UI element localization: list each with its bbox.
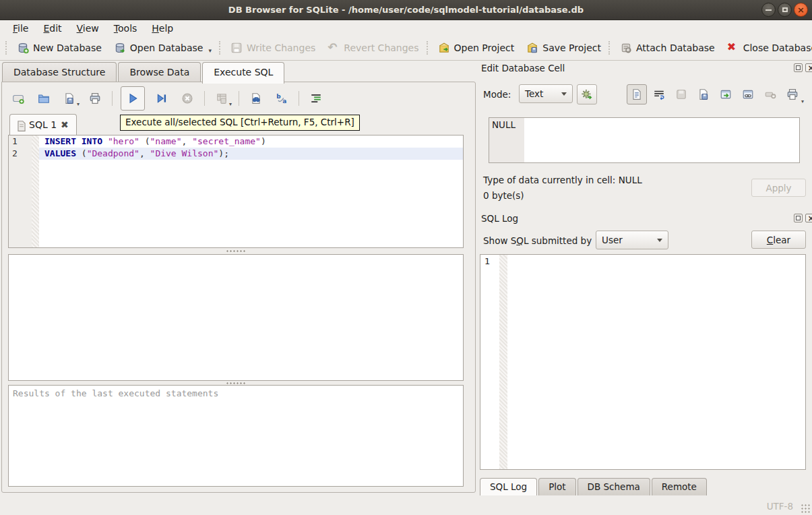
dock-close-button[interactable]: [805, 63, 812, 72]
text-document-icon: [631, 88, 643, 100]
revert-changes-button[interactable]: ↶ Revert Changes: [321, 38, 425, 57]
tab-execute-sql[interactable]: Execute SQL: [202, 62, 284, 84]
revert-changes-label: Revert Changes: [344, 42, 418, 53]
dock-tab-sql-log[interactable]: SQL Log: [480, 478, 537, 495]
cell-link-button[interactable]: [738, 84, 758, 104]
export-icon: [697, 88, 710, 100]
toolbar-separator: [427, 41, 428, 55]
import-dropdown-icon[interactable]: ▾: [801, 98, 804, 104]
import-data-button[interactable]: ▾: [671, 84, 691, 104]
open-file-icon: [38, 92, 50, 104]
apply-button[interactable]: Apply: [751, 179, 806, 197]
menu-edit[interactable]: Edit: [37, 22, 67, 35]
word-wrap-button[interactable]: [649, 84, 669, 104]
open-in-external-app-button[interactable]: [716, 84, 736, 104]
sql-log-view[interactable]: 1: [480, 254, 806, 470]
status-bar: UTF-8: [0, 497, 812, 515]
toolbar-separator: [299, 91, 299, 106]
new-sql-tab-button[interactable]: [9, 90, 27, 107]
mode-value: Text: [525, 88, 543, 99]
close-database-button[interactable]: ✖ Close Database: [721, 38, 812, 57]
import-icon: [675, 88, 687, 100]
attach-database-button[interactable]: Attach Database: [614, 38, 721, 57]
edit-cell-dock-title: Edit Database Cell: [481, 63, 565, 73]
sql-document-tab[interactable]: SQL 1 ✖: [9, 114, 77, 135]
code-text: INSERT INTO "hero" ("name", "secret_name…: [39, 135, 463, 148]
auto-apply-button[interactable]: [577, 84, 597, 104]
gutter: [9, 160, 32, 247]
write-changes-icon: [230, 42, 243, 54]
minimize-button[interactable]: [761, 3, 776, 17]
sql-tab-close-icon[interactable]: ✖: [61, 119, 69, 130]
main-toolbar: New Database Open Database ▾ Write Chang…: [0, 36, 812, 61]
chevron-down-icon: [657, 239, 662, 242]
clear-button-label: Clear: [767, 235, 790, 245]
sql-code-editor[interactable]: 1 INSERT INTO "hero" ("name", "secret_na…: [8, 135, 464, 248]
fold-margin: [32, 135, 39, 148]
code-line-current: 2 VALUES ("Deadpond", "Dive Wilson");: [9, 148, 463, 160]
open-database-dropdown-icon[interactable]: ▾: [208, 47, 212, 54]
format-sql-button[interactable]: [307, 90, 325, 107]
set-null-button[interactable]: [760, 84, 780, 104]
maximize-button[interactable]: [778, 3, 792, 17]
menubar: File Edit View Tools Help: [0, 20, 812, 36]
log-line-number: 1: [480, 255, 499, 469]
new-database-button[interactable]: New Database: [11, 38, 108, 57]
stop-execution-button[interactable]: [179, 90, 196, 107]
print-cell-button[interactable]: [782, 84, 803, 104]
save-results-icon: [216, 92, 228, 104]
open-project-button[interactable]: Open Project: [432, 38, 521, 57]
results-grid-pane[interactable]: [8, 254, 464, 381]
code-text: VALUES ("Deadpond", "Dive Wilson");: [39, 148, 463, 160]
clear-log-button[interactable]: Clear: [751, 231, 806, 249]
find-replace-button[interactable]: ba: [273, 90, 290, 107]
save-sql-file-button[interactable]: ▾: [61, 90, 78, 107]
toolbar-separator: [112, 91, 113, 106]
cell-type-info: Type of data currently in cell: NULL: [483, 175, 642, 185]
maximize-icon: [782, 7, 788, 12]
dock-float-button[interactable]: [794, 63, 803, 72]
find-button[interactable]: [247, 90, 265, 107]
mode-combobox[interactable]: Text: [519, 84, 573, 103]
sql-log-filter-label: Show SQL submitted by: [483, 235, 592, 246]
dock-tab-remote[interactable]: Remote: [652, 478, 707, 495]
execute-sql-button[interactable]: [121, 86, 145, 111]
open-database-label: Open Database: [130, 42, 204, 53]
resize-grip[interactable]: [801, 504, 811, 514]
close-icon: ×: [797, 5, 805, 14]
tab-database-structure[interactable]: Database Structure: [2, 62, 117, 84]
app-window: DB Browser for SQLite - /home/user/code/…: [0, 0, 812, 515]
line-number: 1: [9, 135, 32, 148]
external-window-icon: [720, 88, 732, 100]
text-mode-button[interactable]: [627, 84, 647, 104]
sql-log-filter-combobox[interactable]: User: [596, 231, 668, 249]
results-message-pane[interactable]: Results of the last executed statements: [8, 385, 464, 487]
execute-current-line-button[interactable]: [153, 90, 170, 107]
print-sql-button[interactable]: [86, 90, 104, 107]
save-results-button[interactable]: ▾: [213, 90, 230, 107]
editor-splitter[interactable]: [8, 248, 464, 253]
dock-tab-db-schema[interactable]: DB Schema: [577, 478, 650, 495]
tab-browse-data[interactable]: Browse Data: [118, 62, 201, 84]
menu-view[interactable]: View: [71, 22, 105, 35]
attach-database-label: Attach Database: [636, 42, 715, 53]
save-project-button[interactable]: Save Project: [520, 38, 607, 57]
write-changes-button[interactable]: Write Changes: [224, 38, 321, 57]
close-button[interactable]: ×: [794, 3, 808, 17]
open-database-button[interactable]: Open Database ▾: [108, 38, 218, 57]
save-results-dropdown-icon[interactable]: ▾: [229, 101, 232, 107]
minimize-icon: [766, 9, 772, 11]
menu-help[interactable]: Help: [146, 22, 179, 35]
menu-file[interactable]: File: [7, 22, 34, 35]
encoding-indicator[interactable]: UTF-8: [767, 501, 793, 512]
save-file-dropdown-icon[interactable]: ▾: [77, 101, 80, 107]
dock-tab-bar: SQL Log Plot DB Schema Remote: [480, 478, 708, 495]
export-data-button[interactable]: [693, 84, 714, 104]
menu-tools[interactable]: Tools: [108, 22, 144, 35]
open-sql-file-button[interactable]: [35, 90, 53, 107]
dock-close-button[interactable]: [805, 214, 812, 222]
fold-margin: [32, 148, 39, 160]
dock-tab-plot[interactable]: Plot: [538, 478, 575, 495]
cell-value-editor[interactable]: NULL: [489, 117, 800, 163]
dock-float-button[interactable]: [794, 214, 803, 222]
